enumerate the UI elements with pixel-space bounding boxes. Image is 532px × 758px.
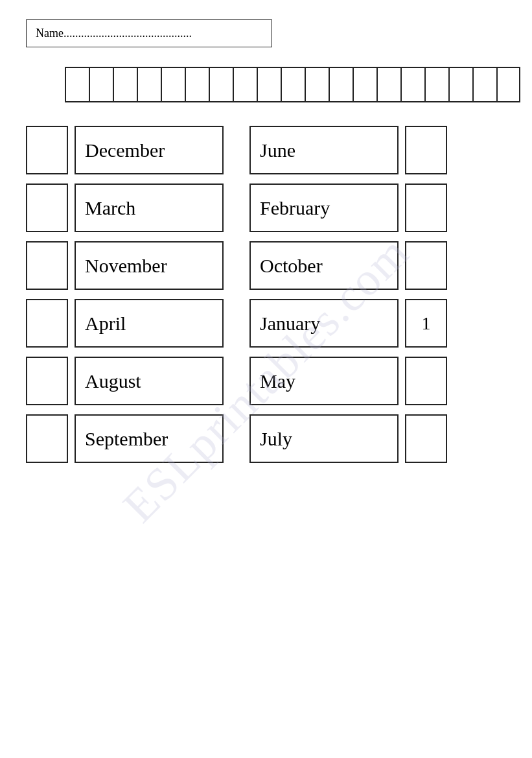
letter-box[interactable] xyxy=(209,67,233,102)
right-answer-box[interactable] xyxy=(405,357,447,405)
letter-boxes-row xyxy=(65,67,506,102)
letter-box[interactable] xyxy=(329,67,353,102)
month-row: NovemberOctober xyxy=(26,241,506,290)
left-month-label: August xyxy=(75,357,224,405)
letter-box[interactable] xyxy=(424,67,448,102)
right-month-label: May xyxy=(249,357,399,405)
letter-box[interactable] xyxy=(257,67,281,102)
right-number-box: 1 xyxy=(405,299,447,348)
left-month-label: November xyxy=(75,241,224,290)
letter-box[interactable] xyxy=(472,67,496,102)
left-month-label: September xyxy=(75,414,224,463)
letter-box[interactable] xyxy=(65,67,89,102)
right-answer-box[interactable] xyxy=(405,241,447,290)
left-answer-box[interactable] xyxy=(26,299,68,348)
right-answer-box[interactable] xyxy=(405,184,447,232)
left-month-label: December xyxy=(75,126,224,174)
month-row: DecemberJune xyxy=(26,126,506,174)
letter-box[interactable] xyxy=(113,67,137,102)
letter-box[interactable] xyxy=(353,67,376,102)
left-answer-box[interactable] xyxy=(26,184,68,232)
months-grid: DecemberJuneMarchFebruaryNovemberOctober… xyxy=(26,126,506,463)
letter-box[interactable] xyxy=(305,67,329,102)
right-month-label: July xyxy=(249,414,399,463)
letter-box[interactable] xyxy=(233,67,257,102)
letter-box[interactable] xyxy=(185,67,209,102)
month-row: SeptemberJuly xyxy=(26,414,506,463)
name-field: Name....................................… xyxy=(26,19,272,47)
right-answer-box[interactable] xyxy=(405,414,447,463)
letter-box[interactable] xyxy=(376,67,400,102)
left-answer-box[interactable] xyxy=(26,357,68,405)
letter-box[interactable] xyxy=(281,67,305,102)
month-row: MarchFebruary xyxy=(26,184,506,232)
right-month-label: February xyxy=(249,184,399,232)
left-answer-box[interactable] xyxy=(26,414,68,463)
left-answer-box[interactable] xyxy=(26,126,68,174)
right-month-label: June xyxy=(249,126,399,174)
name-label: Name....................................… xyxy=(36,27,192,40)
left-month-label: March xyxy=(75,184,224,232)
month-row: AprilJanuary1 xyxy=(26,299,506,348)
letter-box[interactable] xyxy=(137,67,161,102)
left-month-label: April xyxy=(75,299,224,348)
right-answer-box[interactable] xyxy=(405,126,447,174)
right-month-label: January xyxy=(249,299,399,348)
letter-box[interactable] xyxy=(496,67,520,102)
letter-box[interactable] xyxy=(161,67,185,102)
letter-box[interactable] xyxy=(448,67,472,102)
letter-box[interactable] xyxy=(89,67,113,102)
left-answer-box[interactable] xyxy=(26,241,68,290)
right-month-label: October xyxy=(249,241,399,290)
month-row: AugustMay xyxy=(26,357,506,405)
letter-box[interactable] xyxy=(400,67,424,102)
